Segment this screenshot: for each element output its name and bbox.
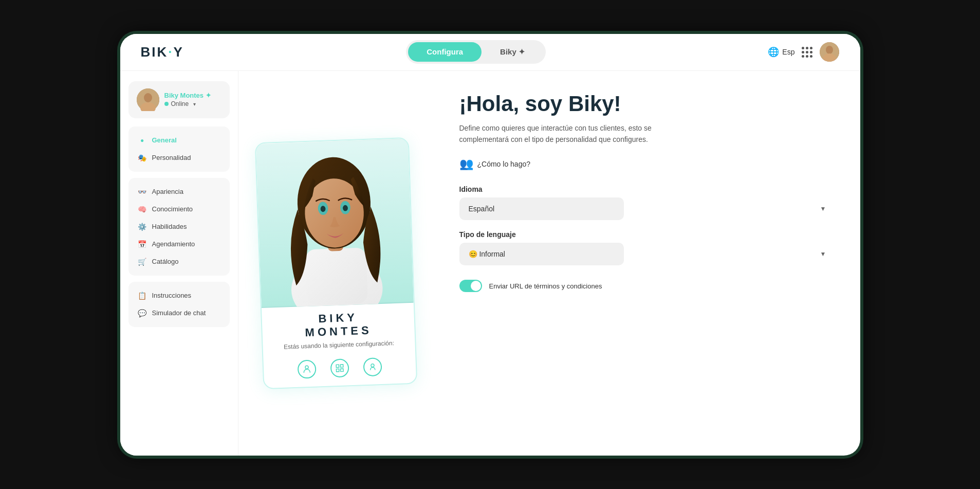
biky-preview-card: BIKY MONTES Estás usando la siguiente co… <box>254 137 417 389</box>
agendamiento-icon: 📅 <box>138 240 147 249</box>
user-name: Biky Montes ✦ <box>164 92 221 99</box>
content-area: BIKY MONTES Estás usando la siguiente co… <box>238 71 860 456</box>
card-icon-user2 <box>363 357 382 376</box>
status-dot <box>164 102 169 106</box>
sidebar-item-apariencia[interactable]: 👓 Apariencia <box>135 183 224 201</box>
svg-point-1 <box>826 46 833 54</box>
config-panel: ¡Hola, soy Biky! Define como quieres que… <box>434 71 860 456</box>
language-select-arrow: ▼ <box>820 205 826 212</box>
lang-label: Esp <box>782 48 794 56</box>
main-layout: Biky Montes ✦ Online ▾ ● General 🎭 <box>120 71 860 456</box>
personalidad-icon: 🎭 <box>138 153 147 162</box>
preview-panel: BIKY MONTES Estás usando la siguiente co… <box>238 71 434 456</box>
conocimiento-icon: 🧠 <box>138 205 147 214</box>
biky-card-icons <box>263 352 416 388</box>
tone-label: Tipo de lenguaje <box>459 230 835 239</box>
language-select[interactable]: Español English Português <box>459 197 624 220</box>
tone-select-arrow: ▼ <box>820 250 826 258</box>
svg-rect-8 <box>305 247 367 305</box>
config-title: ¡Hola, soy Biky! <box>459 92 835 116</box>
status-chevron: ▾ <box>193 101 196 107</box>
language-select-wrapper: Español English Português ▼ <box>459 197 835 220</box>
user-info: Biky Montes ✦ Online ▾ <box>164 92 221 107</box>
svg-rect-18 <box>340 364 343 367</box>
topnav: BIK·Y Configura Biky ✦ 🌐 Esp <box>120 34 860 71</box>
habilidades-icon: ⚙️ <box>138 222 147 231</box>
how-label: ¿Cómo lo hago? <box>477 160 531 168</box>
svg-point-21 <box>371 364 374 367</box>
translate-icon: 🌐 <box>768 46 779 58</box>
card-icon-person <box>297 359 316 378</box>
instrucciones-icon: 📋 <box>138 291 147 300</box>
apps-grid-icon[interactable] <box>802 47 812 58</box>
tab-configura[interactable]: Configura <box>408 42 482 62</box>
tab-biky[interactable]: Biky ✦ <box>482 42 544 62</box>
nav-lang[interactable]: 🌐 Esp <box>768 46 794 58</box>
svg-rect-19 <box>336 369 339 371</box>
sidebar-group-3: 📋 Instrucciones 💬 Simulador de chat <box>128 282 230 327</box>
card-icon-scan <box>330 358 349 377</box>
logo: BIK·Y <box>141 44 184 60</box>
how-to-link[interactable]: 👥 ¿Cómo lo hago? <box>459 157 835 171</box>
sidebar-group-1: ● General 🎭 Personalidad <box>128 126 230 172</box>
tone-select[interactable]: 😊 Informal 🤵 Formal 😐 Neutral <box>459 243 624 265</box>
nav-right: 🌐 Esp <box>768 42 839 62</box>
language-label: Idioma <box>459 185 835 193</box>
sidebar-item-agendamiento[interactable]: 📅 Agendamiento <box>135 236 224 253</box>
sidebar-item-personalidad[interactable]: 🎭 Personalidad <box>135 149 224 167</box>
user-status: Online ▾ <box>164 100 221 107</box>
svg-point-4 <box>144 93 152 102</box>
general-icon: ● <box>138 136 147 145</box>
simulador-icon: 💬 <box>138 309 147 318</box>
nav-tabs: Configura Biky ✦ <box>406 40 546 64</box>
svg-rect-17 <box>336 365 339 367</box>
sidebar-item-habilidades[interactable]: ⚙️ Habilidades <box>135 218 224 236</box>
sidebar-item-instrucciones[interactable]: 📋 Instrucciones <box>135 287 224 304</box>
sidebar-item-catalogo[interactable]: 🛒 Catálogo <box>135 253 224 270</box>
tone-select-wrapper: 😊 Informal 🤵 Formal 😐 Neutral ▼ <box>459 243 835 265</box>
sidebar: Biky Montes ✦ Online ▾ ● General 🎭 <box>120 71 238 456</box>
config-description: Define como quieres que interactúe con t… <box>459 122 686 146</box>
svg-rect-20 <box>340 369 343 371</box>
sidebar-item-conocimiento[interactable]: 🧠 Conocimiento <box>135 201 224 218</box>
sidebar-item-general[interactable]: ● General <box>135 132 224 149</box>
user-avatar-nav[interactable] <box>820 42 839 62</box>
user-card[interactable]: Biky Montes ✦ Online ▾ <box>128 81 230 118</box>
sidebar-item-simulador[interactable]: 💬 Simulador de chat <box>135 304 224 322</box>
toggle-row-terms: Enviar URL de términos y condiciones <box>459 280 835 292</box>
apariencia-icon: 👓 <box>138 187 147 196</box>
terms-toggle[interactable] <box>459 280 482 292</box>
how-icon: 👥 <box>459 157 473 171</box>
terms-toggle-label: Enviar URL de términos y condiciones <box>489 282 602 290</box>
catalogo-icon: 🛒 <box>138 257 147 266</box>
sidebar-group-2: 👓 Apariencia 🧠 Conocimiento ⚙️ Habilidad… <box>128 178 230 276</box>
svg-point-16 <box>305 366 308 369</box>
biky-card-image <box>255 138 413 307</box>
sidebar-avatar <box>137 88 159 111</box>
biky-card-name: BIKY MONTES <box>261 302 414 343</box>
